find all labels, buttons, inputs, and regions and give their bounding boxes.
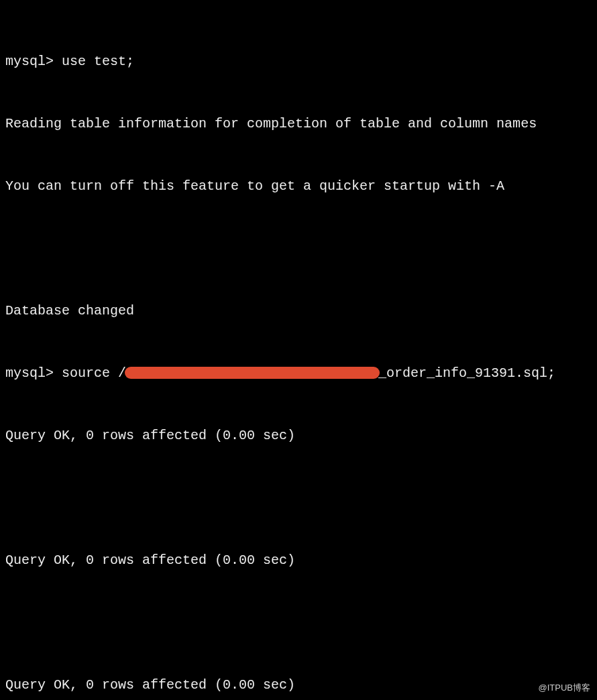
db-changed-line: Database changed bbox=[5, 300, 592, 321]
command-text-post: _order_info_91391.sql; bbox=[378, 363, 555, 384]
terminal-output[interactable]: mysql> use test; Reading table informati… bbox=[5, 9, 592, 700]
redaction-mark bbox=[125, 367, 380, 379]
query-result: Query OK, 0 rows affected (0.00 sec) bbox=[5, 675, 592, 695]
command-text-pre: source / bbox=[62, 363, 126, 384]
blank-line bbox=[5, 238, 592, 259]
query-result: Query OK, 0 rows affected (0.00 sec) bbox=[5, 550, 592, 571]
info-line: Reading table information for completion… bbox=[5, 113, 592, 134]
command-line-1: mysql> use test; bbox=[5, 51, 592, 72]
watermark-text: @ITPUB博客 bbox=[539, 681, 590, 695]
query-result: Query OK, 0 rows affected (0.00 sec) bbox=[5, 425, 592, 446]
mysql-prompt: mysql> bbox=[5, 51, 54, 72]
blank-line bbox=[5, 612, 592, 633]
info-line: You can turn off this feature to get a q… bbox=[5, 176, 592, 196]
mysql-prompt: mysql> bbox=[5, 363, 54, 384]
blank-line bbox=[5, 487, 592, 508]
command-text: use test; bbox=[62, 51, 134, 72]
command-line-2: mysql> source /_order_info_91391.sql; bbox=[5, 363, 592, 384]
